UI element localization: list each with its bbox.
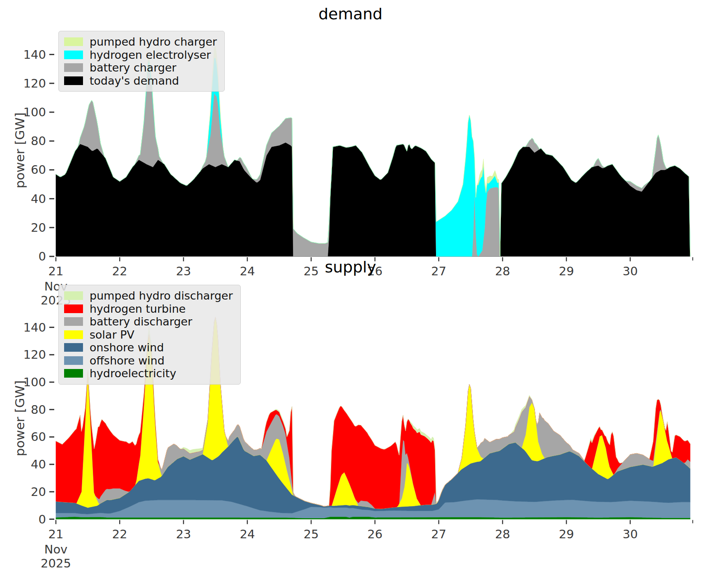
x-tick-label: 29 (559, 527, 574, 541)
legend-swatch-battery-discharger (64, 317, 83, 326)
x-tick-label: 25 (304, 527, 319, 541)
legend-swatch-offshore-wind (64, 356, 83, 365)
legend-item-pumped-hydro-discharger: pumped hydro discharger (64, 289, 233, 302)
legend-item-offshore-wind: offshore wind (64, 354, 233, 367)
legend-item-pumped-hydro-charger: pumped hydro charger (64, 35, 217, 48)
legend-label-todays-demand: today's demand (90, 74, 179, 87)
legend-supply: pumped hydro dischargerhydrogen turbineb… (58, 285, 241, 385)
y-tick-label: 40 (31, 457, 46, 471)
legend-swatch-pumped-hydro-discharger (64, 291, 83, 300)
y-tick-label: 20 (31, 485, 46, 499)
y-tick-label: 140 (23, 48, 46, 62)
chart-title-supply: supply (0, 258, 701, 276)
legend-swatch-pumped-hydro-charger (64, 37, 83, 46)
y-tick-label: 0 (39, 512, 46, 526)
legend-label-pumped-hydro-discharger: pumped hydro discharger (90, 289, 233, 302)
legend-swatch-todays-demand (64, 76, 83, 85)
chart-title-demand: demand (0, 5, 701, 23)
legend-item-hydroelectricity: hydroelectricity (64, 367, 233, 380)
legend-item-battery-discharger: battery discharger (64, 315, 233, 328)
x-tick-label: 26 (367, 527, 383, 541)
x-tick-label: 30 (623, 527, 638, 541)
legend-label-battery-discharger: battery discharger (90, 315, 192, 328)
y-tick-label: 60 (31, 163, 46, 177)
legend-swatch-onshore-wind (64, 343, 83, 352)
legend-label-offshore-wind: offshore wind (90, 354, 164, 367)
x-tick-label: 27 (431, 527, 446, 541)
legend-item-battery-charger: battery charger (64, 61, 217, 74)
legend-swatch-battery-charger (64, 63, 83, 72)
legend-item-hydrogen-electrolyser: hydrogen electrolyser (64, 48, 217, 62)
legend-label-solar-pv: solar PV (90, 328, 134, 341)
y-tick-label: 120 (23, 76, 46, 90)
y-tick-label: 60 (31, 430, 46, 444)
legend-item-hydrogen-turbine: hydrogen turbine (64, 302, 233, 316)
x-tick-label: 24 (240, 527, 255, 541)
legend-swatch-hydroelectricity (64, 369, 83, 378)
legend-item-solar-pv: solar PV (64, 328, 233, 341)
y-axis-label-supply: power [GW] (12, 373, 27, 463)
x-tick-label: 22 (112, 527, 127, 541)
x-month-label: Nov (44, 542, 68, 556)
x-tick-label: 28 (495, 527, 510, 541)
y-tick-label: 20 (31, 221, 46, 235)
legend-label-pumped-hydro-charger: pumped hydro charger (90, 35, 217, 48)
legend-swatch-hydrogen-turbine (64, 304, 83, 313)
legend-label-battery-charger: battery charger (90, 61, 176, 74)
y-tick-label: 80 (31, 134, 46, 148)
y-tick-label: 80 (31, 403, 46, 417)
legend-item-onshore-wind: onshore wind (64, 341, 233, 354)
y-axis-label-demand: power [GW] (12, 105, 27, 196)
y-tick-label: 140 (23, 321, 46, 334)
legend-item-todays-demand: today's demand (64, 74, 217, 88)
y-tick-label: 40 (31, 192, 46, 206)
legend-swatch-solar-pv (64, 330, 83, 339)
figure: 21222324252627282930Nov20250204060801001… (0, 0, 701, 588)
legend-label-onshore-wind: onshore wind (90, 341, 164, 354)
legend-label-hydrogen-electrolyser: hydrogen electrolyser (90, 48, 211, 61)
x-tick-label: 23 (176, 527, 191, 541)
x-tick-label: 21 (48, 527, 64, 541)
legend-label-hydrogen-turbine: hydrogen turbine (90, 302, 186, 315)
legend-label-hydroelectricity: hydroelectricity (90, 367, 176, 380)
legend-swatch-hydrogen-electrolyser (64, 51, 83, 59)
y-tick-label: 120 (23, 348, 46, 362)
legend-demand: pumped hydro chargerhydrogen electrolyse… (58, 31, 225, 92)
x-year-label: 2025 (41, 556, 71, 570)
